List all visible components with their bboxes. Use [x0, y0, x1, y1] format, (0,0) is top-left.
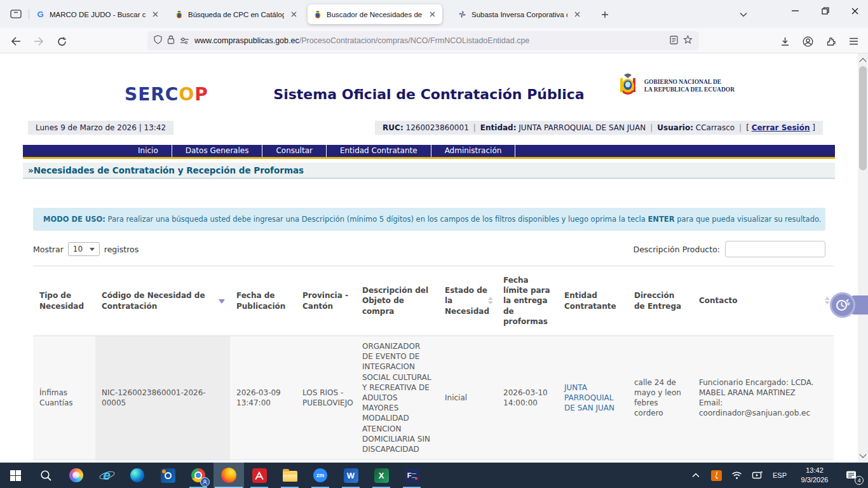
extensions-icon[interactable] — [822, 33, 839, 50]
taskbar-acrobat-button[interactable] — [244, 463, 275, 488]
taskbar-fe-app-button[interactable]: F — [397, 463, 427, 488]
tray-chevron-up-icon[interactable] — [688, 463, 704, 488]
status-row: Lunes 9 de Marzo de 2026 | 13:42 RUC: 12… — [23, 121, 835, 135]
taskbar: e — [0, 463, 868, 488]
col-estado-necesidad[interactable]: Estado de la Necesidad — [438, 266, 497, 336]
ecuador-coat-of-arms-icon — [616, 72, 639, 99]
col-entidad-contratante[interactable]: Entidad Contratante — [558, 266, 628, 336]
scrollbar-thumb[interactable] — [859, 66, 867, 170]
tab-subasta-inversa[interactable]: Subasta Inversa Corporativa de — [452, 4, 587, 24]
nav-item-administracion[interactable]: Administración — [431, 145, 516, 157]
taskbar-explorer-button[interactable] — [275, 463, 305, 488]
col-provincia-canton[interactable]: Provincia - Cantón — [296, 266, 356, 336]
shield-icon[interactable] — [154, 35, 162, 47]
records-label: registros — [104, 245, 139, 254]
display-icon[interactable] — [749, 463, 765, 488]
search-icon — [40, 470, 52, 482]
tab-marco-de-judo[interactable]: G MARCO DE JUDO - Buscar con G — [31, 4, 165, 24]
taskbar-zoom-button[interactable]: zm — [305, 463, 336, 488]
java-update-icon[interactable] — [708, 463, 724, 488]
taskbar-edge-button[interactable] — [122, 463, 153, 488]
sort-both-icon — [488, 297, 493, 304]
reload-icon[interactable] — [53, 33, 70, 50]
forward-icon[interactable] — [31, 33, 47, 50]
nav-item-inicio[interactable]: Inicio — [125, 145, 172, 157]
cell-codigo: NIC-1260023860001-2026-00005 — [95, 336, 230, 460]
col-descripcion-objeto[interactable]: Descripción del Objeto de compra — [356, 266, 438, 336]
entity-link[interactable]: JUNTA PARROQUIAL DE SAN JUAN — [564, 383, 614, 412]
tab-buscador-necesidades-active[interactable]: Buscador de Necesidades de Co — [308, 4, 442, 24]
window-minimize-button[interactable] — [780, 0, 810, 22]
col-codigo-necesidad[interactable]: Código de Necesidad de Contratación — [95, 266, 230, 336]
col-fecha-limite[interactable]: Fecha límite para la entrega de proforma… — [497, 266, 558, 336]
system-tray: ESP 13:429/3/2026 4 — [688, 463, 868, 488]
google-favicon: G — [36, 10, 45, 19]
nav-item-datos-generales[interactable]: Datos Generales — [172, 145, 263, 157]
url-text[interactable]: www.compraspublicas.gob.ec/ProcesoContra… — [194, 36, 665, 45]
col-contacto[interactable]: Contacto — [693, 266, 834, 336]
notification-center-button[interactable]: 4 — [839, 463, 864, 488]
tab-close-icon[interactable] — [150, 10, 160, 20]
taskbar-search-button[interactable] — [31, 463, 61, 488]
tab-busqueda-cpc[interactable]: Búsqueda de CPC en Catálogo E — [169, 4, 304, 24]
records-per-page-select[interactable]: 10 — [68, 242, 100, 256]
datetime-chip: Lunes 9 de Marzo de 2026 | 13:42 — [28, 121, 173, 135]
window-restore-button[interactable] — [811, 0, 840, 22]
bookmark-star-icon[interactable] — [683, 35, 693, 47]
col-tipo-necesidad[interactable]: Tipo de Necesidad — [33, 266, 95, 336]
tab-close-icon[interactable] — [288, 10, 299, 20]
sort-desc-icon — [219, 299, 225, 304]
window-close-button[interactable] — [840, 0, 868, 22]
table-header-row: Tipo de Necesidad Código de Necesidad de… — [33, 266, 834, 336]
lock-icon[interactable] — [167, 35, 175, 47]
downloads-icon[interactable] — [776, 33, 793, 50]
taskbar-firefox-button[interactable] — [214, 463, 244, 488]
browser-toolbar: www.compraspublicas.gob.ec/ProcesoContra… — [0, 28, 868, 53]
nav-item-consultar[interactable]: Consultar — [262, 145, 327, 157]
taskbar-chrome-button[interactable] — [183, 463, 214, 488]
timer-widget-button[interactable] — [830, 292, 855, 318]
main-navigation: Inicio Datos Generales Consultar Entidad… — [23, 145, 835, 159]
menu-hamburger-icon[interactable] — [845, 33, 862, 50]
tab-close-icon[interactable] — [427, 10, 437, 20]
language-indicator[interactable]: ESP — [769, 471, 790, 479]
taskbar-excel-button[interactable]: X — [366, 463, 397, 488]
account-icon[interactable] — [799, 33, 816, 50]
taskbar-outlook-button[interactable] — [153, 463, 183, 488]
nav-item-entidad-contratante[interactable]: Entidad Contratante — [327, 145, 431, 157]
browser-tab-strip: G MARCO DE JUDO - Buscar con G Búsqueda … — [0, 0, 868, 28]
col-direccion-entrega[interactable]: Dirección de Entrega — [628, 266, 693, 336]
url-bar[interactable]: www.compraspublicas.gob.ec/ProcesoContra… — [147, 31, 699, 50]
page-scrollbar[interactable] — [858, 53, 868, 463]
scroll-up-icon[interactable] — [858, 55, 868, 65]
back-icon[interactable] — [8, 33, 24, 50]
taskbar-copilot-button[interactable] — [61, 463, 92, 488]
needs-table: Tipo de Necesidad Código de Necesidad de… — [33, 266, 834, 463]
taskbar-clock[interactable]: 13:429/3/2026 — [794, 466, 835, 485]
cell-estado: Inicial — [438, 336, 497, 460]
new-tab-button[interactable] — [597, 7, 613, 22]
scroll-down-icon[interactable] — [858, 451, 868, 461]
list-tabs-icon[interactable] — [736, 7, 751, 22]
cell-contacto: Funcionario Encargado: LCDA. MABEL ARANA… — [693, 336, 834, 460]
product-description-input[interactable] — [725, 241, 825, 257]
tab-close-icon[interactable] — [572, 10, 582, 20]
start-button[interactable] — [0, 463, 31, 488]
firefox-view-icon[interactable] — [8, 7, 24, 21]
col-fecha-publicacion[interactable]: Fecha de Publicación — [230, 266, 296, 336]
wifi-icon[interactable] — [728, 463, 745, 488]
reader-mode-icon[interactable] — [670, 35, 678, 47]
table-controls: Mostrar 10 registros Descripción Product… — [33, 241, 825, 257]
taskbar-ie-button[interactable]: e — [92, 463, 122, 488]
copilot-icon — [69, 468, 83, 482]
page-viewport: Sistema Oficial de Contratación Pública … — [0, 53, 868, 463]
logout-link[interactable]: Cerrar Sesión — [752, 123, 810, 132]
page-title: »Necesidades de Contratación y Recepción… — [28, 165, 830, 175]
permissions-icon[interactable] — [180, 35, 189, 47]
ecuador-favicon — [313, 10, 322, 19]
winged-clock-icon — [834, 297, 851, 313]
taskbar-word-button[interactable]: W — [336, 463, 366, 488]
cell-entidad: JUNTA PARROQUIAL DE SAN JUAN — [558, 336, 628, 460]
sort-both-icon — [825, 297, 830, 304]
outlook-icon — [161, 468, 175, 483]
